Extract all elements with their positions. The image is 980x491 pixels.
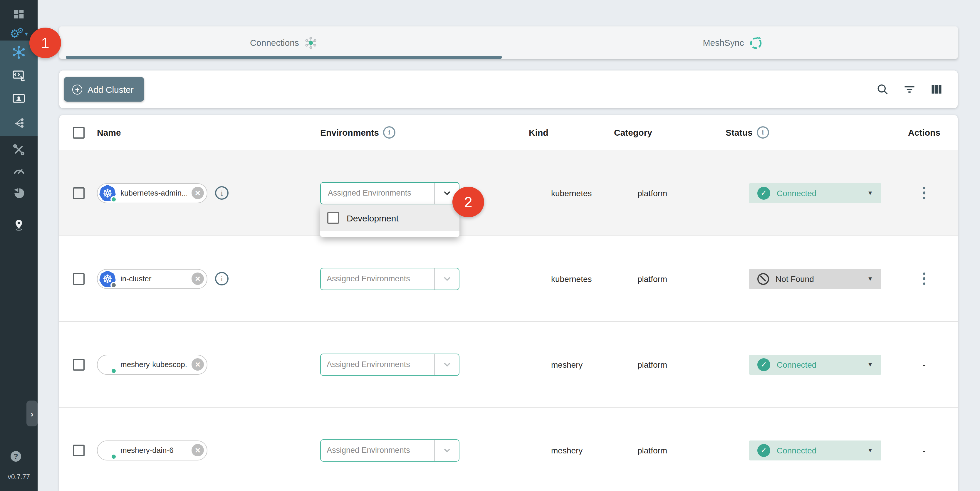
- tab-bar: Connections MeshSync: [59, 26, 958, 59]
- meshsync-ring-icon: [749, 35, 764, 50]
- kubernetes-icon: ☸: [99, 270, 116, 287]
- select-chevron-down-icon[interactable]: [434, 268, 459, 289]
- environments-select[interactable]: Assigned Environments: [320, 267, 460, 290]
- chip-delete-icon[interactable]: ✕: [191, 358, 204, 370]
- row-checkbox[interactable]: [73, 359, 84, 370]
- app-version: v0.7.77: [0, 474, 38, 480]
- status-dot-green: [110, 453, 117, 459]
- sidebar-item-adapters[interactable]: [0, 64, 38, 87]
- environments-placeholder: Assigned Environments: [327, 274, 410, 283]
- kind-value: meshery: [551, 445, 582, 455]
- option-label: Development: [347, 213, 399, 223]
- row-actions-menu-icon[interactable]: [921, 270, 928, 288]
- option-checkbox[interactable]: [327, 212, 339, 224]
- status-caret-icon: ▼: [867, 275, 873, 282]
- search-icon[interactable]: [875, 82, 889, 96]
- category-value: platform: [638, 274, 667, 283]
- performance-gauge-icon[interactable]: [0, 160, 38, 182]
- col-environments: Environments: [320, 127, 379, 137]
- status-chip-connected[interactable]: ✓ Connected ▼: [749, 183, 881, 203]
- help-icon[interactable]: ?: [11, 451, 21, 462]
- chip-delete-icon[interactable]: ✕: [191, 273, 204, 285]
- status-dot-green: [110, 196, 117, 202]
- row-checkbox[interactable]: [73, 273, 84, 284]
- status-chip-notfound[interactable]: Not Found ▼: [749, 269, 881, 289]
- sidebar: ⚙ ⚙ ▾: [0, 0, 38, 491]
- category-value: platform: [638, 188, 667, 198]
- kubernetes-icon: ☸: [99, 185, 116, 201]
- kind-value: meshery: [551, 360, 582, 369]
- add-cluster-button[interactable]: + Add Cluster: [64, 77, 144, 102]
- sidebar-item-playground[interactable]: [0, 87, 38, 111]
- toolkit-icon[interactable]: [0, 138, 38, 161]
- table-row: meshery-kubescop... ✕ Assigned Environme…: [59, 322, 958, 408]
- actions-empty: -: [923, 360, 925, 369]
- status-chip-connected[interactable]: ✓ Connected ▼: [749, 354, 881, 374]
- check-icon: ✓: [757, 186, 770, 199]
- col-name: Name: [97, 127, 121, 137]
- check-icon: ✓: [757, 358, 770, 371]
- sidebar-item-service-mesh[interactable]: [0, 111, 38, 135]
- annotation-badge-1: 1: [29, 28, 61, 58]
- status-info-icon[interactable]: i: [757, 126, 769, 138]
- row-info-icon[interactable]: i: [215, 186, 229, 200]
- connection-name: in-cluster: [121, 274, 187, 283]
- chip-delete-icon[interactable]: ✕: [191, 187, 204, 199]
- tab-connections[interactable]: Connections: [59, 26, 509, 59]
- environments-select[interactable]: Assigned Environments: [320, 439, 460, 461]
- plus-icon: +: [72, 84, 82, 94]
- filter-icon[interactable]: [902, 82, 916, 96]
- chip-delete-icon[interactable]: ✕: [191, 444, 204, 456]
- connection-name: meshery-dain-6: [121, 446, 187, 454]
- person-avatar-icon: [99, 442, 116, 458]
- row-checkbox[interactable]: [73, 187, 84, 199]
- connection-name: meshery-kubescop...: [121, 360, 187, 369]
- connection-chip[interactable]: meshery-dain-6 ✕: [97, 440, 207, 460]
- col-kind: Kind: [529, 127, 549, 137]
- table-row: ☸ in-cluster ✕ i Assigned Environments k…: [59, 236, 958, 322]
- connections-table: Name Environments i Kind Category Status…: [59, 115, 958, 491]
- col-status: Status: [725, 127, 752, 137]
- connections-hub-icon: [304, 35, 318, 49]
- chevron-down-icon: ▾: [25, 30, 28, 37]
- status-dot-green: [110, 367, 117, 374]
- ban-icon: [757, 273, 769, 284]
- status-label: Not Found: [776, 274, 814, 283]
- status-dot-gray: [110, 281, 117, 288]
- status-label: Connected: [777, 360, 816, 369]
- status-label: Connected: [777, 445, 816, 455]
- select-chevron-down-icon[interactable]: [434, 354, 459, 375]
- connection-chip[interactable]: ☸ in-cluster ✕: [97, 269, 207, 289]
- select-all-checkbox[interactable]: [73, 127, 84, 138]
- active-tab-indicator: [66, 56, 502, 59]
- environments-select[interactable]: Assigned Environments: [320, 353, 460, 376]
- location-pin-icon[interactable]: [0, 214, 38, 236]
- view-columns-icon[interactable]: [929, 82, 943, 96]
- col-category: Category: [614, 127, 652, 137]
- tab-connections-label: Connections: [250, 38, 299, 48]
- connection-chip[interactable]: ☸ kubernetes-admin... ✕: [97, 183, 207, 203]
- category-value: platform: [638, 445, 667, 455]
- annotation-badge-2: 2: [452, 187, 484, 217]
- select-chevron-down-icon[interactable]: [434, 440, 459, 461]
- actions-empty: -: [923, 445, 925, 455]
- environments-placeholder: Assigned Environments: [328, 189, 411, 197]
- environments-select[interactable]: Assigned Environments: [320, 182, 460, 204]
- category-value: platform: [638, 360, 667, 369]
- tab-meshsync-label: MeshSync: [703, 38, 744, 48]
- row-info-icon[interactable]: i: [215, 272, 229, 286]
- dropdown-option-development[interactable]: Development: [320, 205, 460, 231]
- environments-info-icon[interactable]: i: [383, 126, 395, 138]
- table-row: ☸ kubernetes-admin... ✕ i Assigned Envir…: [59, 150, 958, 236]
- status-caret-icon: ▼: [867, 190, 873, 196]
- tab-meshsync[interactable]: MeshSync: [509, 26, 958, 59]
- status-chip-connected[interactable]: ✓ Connected ▼: [749, 440, 881, 460]
- sidebar-expand-button[interactable]: ›: [26, 400, 38, 426]
- connection-chip[interactable]: meshery-kubescop... ✕: [97, 354, 207, 374]
- table-row: meshery-dain-6 ✕ Assigned Environments m…: [59, 408, 958, 491]
- row-actions-menu-icon[interactable]: [921, 184, 928, 202]
- row-checkbox[interactable]: [73, 444, 84, 456]
- meshery-mesh-icon[interactable]: [0, 182, 38, 204]
- table-header-row: Name Environments i Kind Category Status…: [59, 115, 958, 150]
- add-cluster-label: Add Cluster: [88, 84, 134, 94]
